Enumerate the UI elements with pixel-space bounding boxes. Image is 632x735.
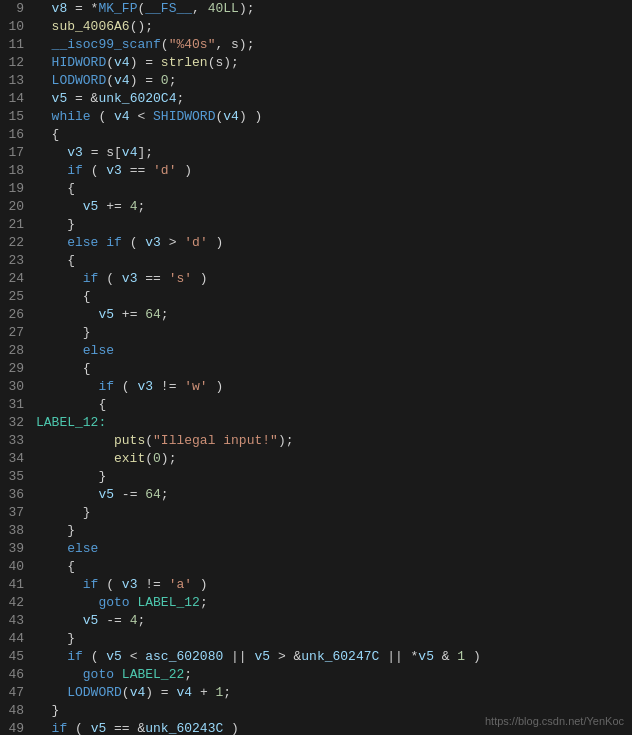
line-content: if ( v5 < asc_602080 || v5 > &unk_60247C…	[32, 648, 632, 666]
table-row: 46 goto LABEL_22;	[0, 666, 632, 684]
line-content: }	[32, 504, 632, 522]
table-row: 42 goto LABEL_12;	[0, 594, 632, 612]
line-content: while ( v4 < SHIDWORD(v4) )	[32, 108, 632, 126]
line-content: exit(0);	[32, 450, 632, 468]
line-number: 49	[0, 720, 32, 735]
line-number: 20	[0, 198, 32, 216]
line-content: if ( v3 == 's' )	[32, 270, 632, 288]
table-row: 23 {	[0, 252, 632, 270]
table-row: 41 if ( v3 != 'a' )	[0, 576, 632, 594]
line-number: 17	[0, 144, 32, 162]
line-content: if ( v3 != 'w' )	[32, 378, 632, 396]
table-row: 40 {	[0, 558, 632, 576]
table-row: 39 else	[0, 540, 632, 558]
line-number: 16	[0, 126, 32, 144]
line-content: {	[32, 396, 632, 414]
line-number: 25	[0, 288, 32, 306]
line-content: {	[32, 180, 632, 198]
line-number: 41	[0, 576, 32, 594]
line-content: goto LABEL_22;	[32, 666, 632, 684]
line-content: else	[32, 540, 632, 558]
table-row: 9 v8 = *MK_FP(__FS__, 40LL);	[0, 0, 632, 18]
line-number: 22	[0, 234, 32, 252]
line-number: 39	[0, 540, 32, 558]
table-row: 22 else if ( v3 > 'd' )	[0, 234, 632, 252]
line-number: 19	[0, 180, 32, 198]
line-number: 38	[0, 522, 32, 540]
line-content: }	[32, 468, 632, 486]
line-number: 11	[0, 36, 32, 54]
line-number: 28	[0, 342, 32, 360]
line-content: {	[32, 360, 632, 378]
line-number: 15	[0, 108, 32, 126]
table-row: 35 }	[0, 468, 632, 486]
line-number: 34	[0, 450, 32, 468]
table-row: 38 }	[0, 522, 632, 540]
line-number: 13	[0, 72, 32, 90]
line-content: HIDWORD(v4) = strlen(s);	[32, 54, 632, 72]
line-content: v5 -= 4;	[32, 612, 632, 630]
line-content: if ( v3 != 'a' )	[32, 576, 632, 594]
table-row: 24 if ( v3 == 's' )	[0, 270, 632, 288]
table-row: 32LABEL_12:	[0, 414, 632, 432]
table-row: 28 else	[0, 342, 632, 360]
table-row: 15 while ( v4 < SHIDWORD(v4) )	[0, 108, 632, 126]
line-number: 47	[0, 684, 32, 702]
table-row: 16 {	[0, 126, 632, 144]
table-row: 30 if ( v3 != 'w' )	[0, 378, 632, 396]
table-row: 25 {	[0, 288, 632, 306]
line-number: 43	[0, 612, 32, 630]
line-number: 18	[0, 162, 32, 180]
line-number: 10	[0, 18, 32, 36]
table-row: 19 {	[0, 180, 632, 198]
line-number: 42	[0, 594, 32, 612]
line-number: 26	[0, 306, 32, 324]
line-number: 27	[0, 324, 32, 342]
table-row: 43 v5 -= 4;	[0, 612, 632, 630]
table-row: 13 LODWORD(v4) = 0;	[0, 72, 632, 90]
line-content: __isoc99_scanf("%40s", s);	[32, 36, 632, 54]
table-row: 11 __isoc99_scanf("%40s", s);	[0, 36, 632, 54]
line-content: v5 += 64;	[32, 306, 632, 324]
line-number: 32	[0, 414, 32, 432]
line-number: 31	[0, 396, 32, 414]
line-content: {	[32, 126, 632, 144]
line-content: v5 -= 64;	[32, 486, 632, 504]
line-content: }	[32, 324, 632, 342]
line-number: 48	[0, 702, 32, 720]
line-content: {	[32, 252, 632, 270]
table-row: 12 HIDWORD(v4) = strlen(s);	[0, 54, 632, 72]
line-content: else	[32, 342, 632, 360]
line-content: }	[32, 630, 632, 648]
table-row: 47 LODWORD(v4) = v4 + 1;	[0, 684, 632, 702]
line-number: 21	[0, 216, 32, 234]
table-row: 45 if ( v5 < asc_602080 || v5 > &unk_602…	[0, 648, 632, 666]
line-content: LODWORD(v4) = v4 + 1;	[32, 684, 632, 702]
line-content: }	[32, 522, 632, 540]
table-row: 18 if ( v3 == 'd' )	[0, 162, 632, 180]
line-number: 9	[0, 0, 32, 18]
table-row: 31 {	[0, 396, 632, 414]
table-row: 26 v5 += 64;	[0, 306, 632, 324]
table-row: 10 sub_4006A6();	[0, 18, 632, 36]
line-number: 44	[0, 630, 32, 648]
line-content: v8 = *MK_FP(__FS__, 40LL);	[32, 0, 632, 18]
table-row: 17 v3 = s[v4];	[0, 144, 632, 162]
line-content: v5 = &unk_6020C4;	[32, 90, 632, 108]
line-content: if ( v3 == 'd' )	[32, 162, 632, 180]
line-number: 14	[0, 90, 32, 108]
line-number: 35	[0, 468, 32, 486]
line-content: v3 = s[v4];	[32, 144, 632, 162]
watermark: https://blog.csdn.net/YenKoc	[485, 715, 624, 727]
line-content: else if ( v3 > 'd' )	[32, 234, 632, 252]
line-number: 37	[0, 504, 32, 522]
line-number: 24	[0, 270, 32, 288]
line-number: 40	[0, 558, 32, 576]
line-number: 30	[0, 378, 32, 396]
table-row: 34 exit(0);	[0, 450, 632, 468]
line-content: LABEL_12:	[32, 414, 632, 432]
table-row: 21 }	[0, 216, 632, 234]
line-number: 12	[0, 54, 32, 72]
line-content: }	[32, 216, 632, 234]
table-row: 44 }	[0, 630, 632, 648]
